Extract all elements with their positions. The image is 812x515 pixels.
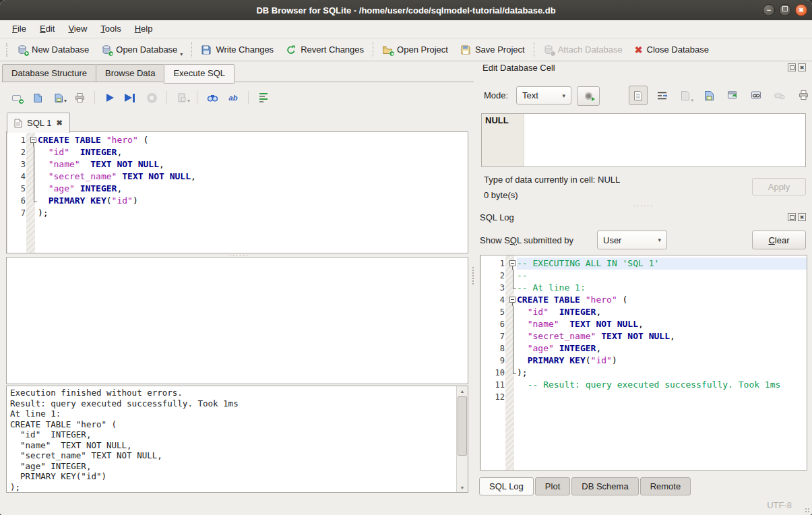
document-icon [14, 119, 22, 128]
menu-edit[interactable]: Edit [33, 20, 61, 38]
toolbar-separator [534, 42, 534, 57]
sql-log-filter-select[interactable]: User ▾ [597, 231, 667, 249]
mode-value: Text [522, 90, 538, 100]
find-button[interactable] [206, 92, 218, 104]
print-sql-button[interactable] [73, 92, 86, 104]
save-file-icon: ▾ [53, 92, 64, 103]
save-results-button[interactable]: ▾ [176, 92, 188, 104]
open-database-label: Open Database [116, 44, 177, 55]
new-sql-tab-button[interactable] [11, 92, 23, 104]
execute-current-line-button[interactable] [125, 92, 137, 104]
scrollbar-thumb[interactable] [458, 396, 467, 456]
attach-database-button[interactable]: Attach Database [537, 40, 629, 59]
set-null-icon [774, 92, 785, 100]
close-panel-icon[interactable]: ✖ [798, 213, 806, 221]
dock-tab-sql-log[interactable]: SQL Log [479, 477, 534, 495]
dock-tab-plot[interactable]: Plot [535, 477, 570, 495]
scroll-up-icon[interactable]: ▲ [457, 386, 468, 396]
close-panel-icon[interactable]: ✖ [798, 63, 806, 71]
save-project-button[interactable]: Save Project [454, 40, 531, 59]
menu-tools[interactable]: Tools [94, 20, 127, 38]
import-data-button[interactable]: ▾ [676, 86, 695, 105]
resize-grip-icon[interactable] [805, 508, 810, 513]
main-tab-bar: Database Structure Browse Data Execute S… [2, 64, 234, 84]
sql-document-tab[interactable]: SQL 1 ✖ [7, 113, 70, 133]
set-null-button[interactable] [770, 86, 789, 105]
cell-size-label: 0 byte(s) [484, 190, 518, 200]
tab-execute-sql[interactable]: Execute SQL [164, 64, 235, 84]
revert-changes-button[interactable]: Revert Changes [280, 40, 370, 59]
menu-file[interactable]: File [5, 20, 33, 38]
word-wrap-button[interactable] [652, 86, 671, 105]
cell-value-editor[interactable]: NULL [481, 113, 806, 167]
horizontal-splitter[interactable]: ······ [633, 204, 654, 208]
encoding-indicator: UTF-8 [767, 500, 792, 510]
toolbar-drag-handle[interactable] [6, 43, 7, 57]
open-project-label: Open Project [397, 44, 448, 55]
find-replace-icon: ab [229, 94, 238, 102]
clear-log-button[interactable]: Clear [752, 231, 806, 249]
save-project-icon [460, 44, 471, 55]
tab-browse-data[interactable]: Browse Data [96, 64, 164, 82]
text-mode-button[interactable] [629, 86, 648, 105]
open-in-external-button[interactable] [723, 86, 742, 105]
minimize-icon: − [767, 7, 771, 14]
stop-execution-button[interactable]: ✖ [146, 92, 158, 104]
execution-status-pane[interactable]: Execution finished without errors. Resul… [6, 386, 468, 493]
cell-type-label: Type of data currently in cell: NULL [484, 175, 620, 185]
new-database-button[interactable]: New Database [11, 40, 95, 59]
close-database-label: Close Database [647, 44, 710, 55]
close-tab-icon[interactable]: ✖ [56, 119, 62, 127]
text-document-icon [633, 90, 643, 101]
float-panel-icon[interactable] [788, 213, 796, 221]
dropdown-caret-icon: ▾ [64, 98, 67, 104]
dock-tab-db-schema[interactable]: DB Schema [571, 477, 638, 495]
find-replace-button[interactable]: ab [227, 92, 239, 104]
menu-view[interactable]: View [61, 20, 94, 38]
new-database-icon [17, 44, 28, 55]
word-wrap-icon [657, 91, 667, 100]
export-data-button[interactable] [699, 86, 718, 105]
dropdown-caret-icon: ▾ [180, 51, 183, 57]
dock-tab-bar: SQL Log Plot DB Schema Remote [479, 477, 691, 495]
save-sql-file-button[interactable]: ▾ [53, 92, 65, 104]
show-sql-label: Show SQL submitted by [480, 235, 573, 245]
sql-log-view[interactable]: 1-- EXECUTING ALL IN 'SQL 1'2--3-- At li… [480, 255, 807, 471]
apply-button[interactable]: Apply [752, 178, 806, 195]
dropdown-caret-icon: ▾ [562, 92, 565, 99]
write-changes-label: Write Changes [216, 44, 274, 55]
close-database-button[interactable]: ✖ Close Database [629, 40, 715, 59]
close-button[interactable]: ✖ [795, 4, 807, 16]
open-project-button[interactable]: Open Project [376, 40, 454, 59]
format-sql-button[interactable] [257, 92, 270, 104]
vertical-splitter[interactable] [472, 267, 474, 284]
minimize-button[interactable]: − [763, 4, 775, 16]
attach-database-icon [543, 44, 554, 55]
float-panel-icon[interactable] [788, 63, 796, 71]
toolbar-separator [373, 42, 373, 57]
open-database-button[interactable]: Open Database ▾ [95, 40, 189, 59]
menu-help[interactable]: Help [128, 20, 160, 38]
vertical-scrollbar[interactable]: ▲ ▼ [456, 386, 468, 492]
print-cell-button[interactable] [794, 86, 812, 105]
dock-tab-remote[interactable]: Remote [640, 477, 691, 495]
tab-database-structure[interactable]: Database Structure [2, 64, 96, 82]
copy-link-button[interactable] [747, 86, 766, 105]
mode-select[interactable]: Text ▾ [516, 86, 571, 104]
maximize-button[interactable] [779, 4, 791, 16]
scroll-down-icon[interactable]: ▼ [457, 483, 468, 492]
plus-badge-icon [24, 51, 30, 57]
clear-label: Clear [768, 235, 789, 245]
apply-settings-button[interactable] [577, 86, 600, 106]
sql-editor[interactable]: 1CREATE TABLE "hero" (2 "id" INTEGER,3 "… [6, 131, 468, 253]
sql-log-code: 1-- EXECUTING ALL IN 'SQL 1'2--3-- At li… [480, 255, 807, 470]
new-tab-icon [11, 92, 22, 103]
open-database-icon [101, 44, 112, 55]
write-changes-button[interactable]: Write Changes [195, 40, 280, 59]
open-sql-file-button[interactable] [32, 92, 44, 104]
cell-editor-toolbar: ▾ [629, 86, 812, 105]
new-database-label: New Database [32, 44, 89, 55]
titlebar: DB Browser for SQLite - /home/user/code/… [0, 0, 812, 21]
revert-changes-label: Revert Changes [301, 44, 364, 55]
execute-all-button[interactable] [104, 92, 116, 104]
